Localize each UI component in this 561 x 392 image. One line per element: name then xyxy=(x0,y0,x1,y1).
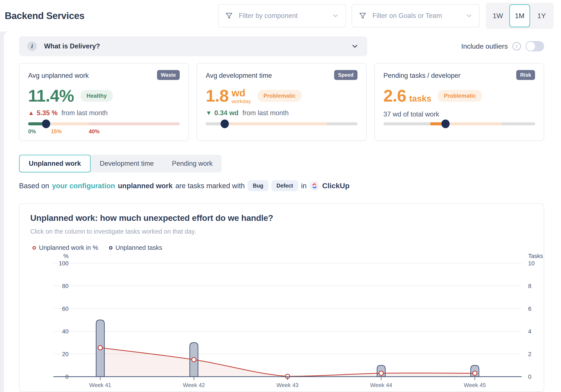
metric-unit: tasks xyxy=(409,94,431,103)
range-option-1m[interactable]: 1M xyxy=(509,4,530,27)
metric-unit: wd xyxy=(232,88,251,98)
include-outliers-label: Include outliers xyxy=(461,42,508,50)
funnel-icon xyxy=(359,12,367,20)
card-pending-tasks: Pending tasks / developer Risk 2.6 tasks… xyxy=(374,63,544,141)
svg-text:2: 2 xyxy=(528,351,531,357)
svg-text:0: 0 xyxy=(528,374,531,380)
gauge-knob xyxy=(42,120,50,128)
chart-title: Unplanned work: how much unexpected effo… xyxy=(20,204,544,223)
toggle-knob xyxy=(526,42,535,51)
card-title: Avg unplanned work xyxy=(28,70,89,80)
svg-text:Week 44: Week 44 xyxy=(370,382,392,388)
clickup-label: ClickUp xyxy=(322,182,350,190)
svg-text:20: 20 xyxy=(62,351,69,357)
svg-text:100: 100 xyxy=(59,260,69,267)
filter-component-dropdown[interactable]: Filter by component xyxy=(218,4,346,27)
tab-pending-work[interactable]: Pending work xyxy=(163,155,222,172)
configuration-link[interactable]: your configuration xyxy=(52,182,115,190)
legend-unplanned-percent: Unplanned work in % xyxy=(32,244,98,251)
threshold-gauge: 0%15%40% xyxy=(28,122,180,136)
config-note: Based on your configuration unplanned wo… xyxy=(19,180,544,191)
time-range-toggle: 1W 1M 1Y xyxy=(486,3,554,29)
accordion-label: What is Delivery? xyxy=(44,42,351,50)
card-avg-development-time: Avg development time Speed 1.8 wd workda… xyxy=(197,63,366,141)
legend-ring-icon xyxy=(32,246,36,250)
status-badge: Healthy xyxy=(80,90,113,102)
note-prefix: Based on xyxy=(19,182,49,190)
svg-text:Week 45: Week 45 xyxy=(464,382,486,388)
app-header: Backend Services Filter by component Fil… xyxy=(0,0,561,31)
svg-text:Week 41: Week 41 xyxy=(89,382,111,388)
risk-tag: Risk xyxy=(516,70,535,80)
svg-text:%: % xyxy=(63,253,69,259)
delta-suffix: from last month xyxy=(242,109,289,117)
chart-legend: Unplanned work in % Unplanned tasks xyxy=(20,235,544,251)
chevron-down-icon xyxy=(332,12,339,20)
info-circle-icon[interactable]: i xyxy=(513,42,521,50)
legend-unplanned-tasks: Unplanned tasks xyxy=(109,244,162,251)
svg-text:60: 60 xyxy=(62,306,69,312)
metric-value: 11.4% xyxy=(28,86,74,106)
metric-unit-sub: workday xyxy=(232,99,251,104)
svg-text:8: 8 xyxy=(528,283,531,289)
card-title: Avg development time xyxy=(206,70,272,80)
metric-tabs: Unplanned work Development time Pending … xyxy=(19,155,222,172)
status-badge: Problematic xyxy=(257,90,302,102)
chevron-down-icon xyxy=(351,42,359,50)
gauge-knob xyxy=(442,120,450,128)
chart-subtitle: Click on the column to investigate tasks… xyxy=(20,223,544,235)
svg-text:80: 80 xyxy=(62,283,69,289)
note-connector: in xyxy=(301,182,307,190)
range-option-1y[interactable]: 1Y xyxy=(531,4,552,27)
unplanned-work-chart-card: Unplanned work: how much unexpected effo… xyxy=(19,203,544,392)
svg-text:4: 4 xyxy=(528,328,531,335)
info-icon: i xyxy=(27,41,37,51)
threshold-gauge xyxy=(206,122,357,136)
svg-text:Week 43: Week 43 xyxy=(276,382,298,388)
svg-text:40: 40 xyxy=(62,328,69,335)
metric-cards-row: Avg unplanned work Waste 11.4% Healthy ▲… xyxy=(19,63,544,141)
main-content: i What is Delivery? Include outliers i A… xyxy=(4,31,561,392)
delta-suffix: from last month xyxy=(61,109,108,117)
svg-text:Week 42: Week 42 xyxy=(183,382,205,388)
metric-value: 1.8 xyxy=(206,86,228,106)
funnel-icon xyxy=(225,12,233,20)
filter-component-placeholder: Filter by component xyxy=(239,12,332,20)
trend-down-icon: ▼ xyxy=(206,110,212,116)
page-title: Backend Services xyxy=(5,10,85,21)
card-avg-unplanned-work: Avg unplanned work Waste 11.4% Healthy ▲… xyxy=(19,63,189,141)
what-is-delivery-accordion[interactable]: i What is Delivery? xyxy=(19,36,367,56)
bug-chip: Bug xyxy=(248,180,269,191)
svg-text:6: 6 xyxy=(528,306,531,312)
filter-goals-team-dropdown[interactable]: Filter on Goals or Team xyxy=(352,4,480,27)
card-title: Pending tasks / developer xyxy=(383,70,461,80)
clickup-logo-icon xyxy=(310,181,319,191)
chevron-down-icon xyxy=(465,12,473,20)
trend-up-icon: ▲ xyxy=(28,110,34,116)
chart-svg[interactable]: 0020240460680810010%TasksWeek 41Week 42W… xyxy=(20,253,544,389)
metric-subtext: 37 wd of total work xyxy=(383,110,535,118)
tab-unplanned-work[interactable]: Unplanned work xyxy=(19,155,91,172)
threshold-gauge xyxy=(383,122,535,136)
metric-value: 2.6 xyxy=(383,86,406,106)
svg-text:10: 10 xyxy=(528,260,535,267)
waste-tag: Waste xyxy=(157,70,180,80)
status-badge: Problematic xyxy=(438,90,482,102)
note-bold: unplanned work xyxy=(118,182,173,190)
defect-chip: Defect xyxy=(271,180,298,191)
tab-development-time[interactable]: Development time xyxy=(91,155,163,172)
speed-tag: Speed xyxy=(334,70,357,80)
include-outliers-toggle[interactable] xyxy=(526,41,544,52)
delta-value: 0.34 wd xyxy=(214,109,238,117)
note-middle: are tasks marked with xyxy=(175,182,245,190)
svg-text:Tasks: Tasks xyxy=(528,253,543,259)
delta-value: 5.35 % xyxy=(37,109,58,117)
legend-ring-icon xyxy=(109,246,112,250)
gauge-knob xyxy=(221,120,229,128)
range-option-1w[interactable]: 1W xyxy=(487,4,508,27)
filter-goals-team-placeholder: Filter on Goals or Team xyxy=(372,12,465,20)
